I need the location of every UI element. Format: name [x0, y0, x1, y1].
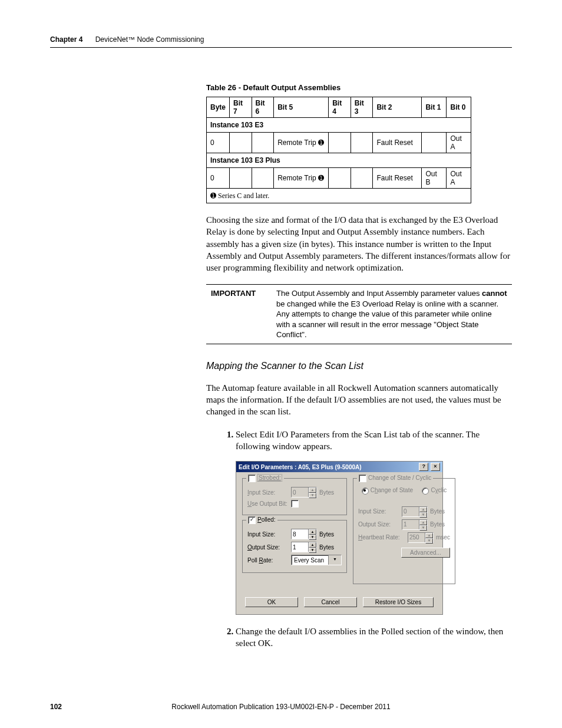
- cos-group: Change of State / Cyclic Change of State…: [353, 478, 455, 584]
- cell-empty: [329, 133, 351, 153]
- cyclic-option-label: Cyclic: [431, 487, 447, 493]
- cell-empty: [230, 168, 252, 189]
- cell-empty: [329, 168, 351, 189]
- advanced-button[interactable]: Advanced...: [401, 548, 450, 558]
- cell-fault-reset: Fault Reset: [373, 133, 422, 153]
- important-box: IMPORTANT The Output Assembly and Input …: [206, 284, 512, 344]
- cell-empty: [252, 133, 274, 153]
- th-bit0: Bit 0: [447, 97, 471, 118]
- cell-byte: 0: [207, 168, 230, 189]
- steps-list: Change the default I/O assemblies in the…: [206, 625, 512, 650]
- cell-out-b: Out B: [422, 168, 447, 189]
- body-paragraph: Choosing the size and format of the I/O …: [206, 214, 512, 274]
- polled-input-size-spinner[interactable]: ▲▼: [291, 529, 317, 539]
- cos-input-size-spinner[interactable]: ▲▼: [402, 506, 428, 517]
- bits-table: Byte Bit 7 Bit 6 Bit 5 Bit 4 Bit 3 Bit 2…: [206, 97, 471, 203]
- poll-rate-select[interactable]: Every Scan▼: [291, 555, 342, 565]
- dialog-titlebar: Edit I/O Parameters : A05, E3 Plus (9-50…: [236, 462, 442, 472]
- publication-info: Rockwell Automation Publication 193-UM00…: [171, 703, 390, 711]
- cell-empty: [351, 168, 373, 189]
- input-size-label: Input Size:: [247, 531, 289, 538]
- table-section-row: Instance 103 E3 Plus: [207, 153, 471, 168]
- chapter-label: Chapter 4: [50, 35, 82, 44]
- cancel-button[interactable]: Cancel: [304, 597, 357, 607]
- table-row: 0 Remote Trip ➊ Fault Reset Out A: [207, 133, 471, 153]
- section-2: Instance 103 E3 Plus: [207, 153, 471, 168]
- bytes-label: Bytes: [319, 544, 334, 551]
- cell-fault-reset: Fault Reset: [373, 168, 422, 189]
- th-bit4: Bit 4: [329, 97, 351, 118]
- restore-button[interactable]: Restore I/O Sizes: [363, 597, 434, 607]
- strobed-input-size-spinner[interactable]: ▲▼: [291, 487, 317, 498]
- cell-out-a: Out A: [447, 168, 471, 189]
- page-number: 102: [50, 703, 62, 711]
- input-size-label: Input Size:: [358, 508, 399, 515]
- polled-output-size-spinner[interactable]: ▲▼: [291, 542, 317, 552]
- bytes-label: Bytes: [319, 489, 334, 496]
- strobed-checkbox[interactable]: [248, 475, 256, 482]
- polled-group: ✓Polled: Input Size: ▲▼ Bytes Output Siz…: [242, 520, 347, 573]
- bytes-label: Bytes: [319, 531, 334, 538]
- cell-remote-trip: Remote Trip ➊: [274, 168, 329, 189]
- dialog-title: Edit I/O Parameters : A05, E3 Plus (9-50…: [239, 464, 362, 470]
- important-text-a: The Output Assembly and Input Assembly p…: [276, 289, 482, 298]
- heartbeat-label: Heartbeat Rate:: [358, 534, 405, 541]
- msec-label: msec: [436, 534, 450, 541]
- step-2: Change the default I/O assemblies in the…: [236, 625, 512, 650]
- poll-rate-label: Poll Rate:: [247, 557, 289, 564]
- cyclic-radio[interactable]: [422, 487, 429, 495]
- important-label: IMPORTANT: [206, 285, 272, 344]
- heartbeat-spinner[interactable]: ▲▼: [408, 532, 434, 543]
- cell-empty: [252, 168, 274, 189]
- ok-button[interactable]: OK: [245, 597, 298, 607]
- table-section-row: Instance 103 E3: [207, 118, 471, 133]
- table-row: 0 Remote Trip ➊ Fault Reset Out B Out A: [207, 168, 471, 189]
- output-size-label: Output Size:: [358, 521, 399, 528]
- bytes-label: Bytes: [430, 508, 445, 515]
- steps-list: Select Edit I/O Parameters from the Scan…: [206, 429, 512, 453]
- header-rule: [50, 47, 512, 48]
- cos-output-size-spinner[interactable]: ▲▼: [402, 519, 428, 530]
- use-output-bit-checkbox[interactable]: [291, 500, 299, 508]
- cell-byte: 0: [207, 133, 230, 153]
- bytes-label: Bytes: [430, 521, 445, 528]
- strobed-label: Strobed:: [257, 474, 282, 482]
- important-bold: cannot: [482, 289, 507, 298]
- step-1: Select Edit I/O Parameters from the Scan…: [236, 429, 512, 453]
- body-paragraph: The Automap feature available in all Roc…: [206, 382, 512, 418]
- table-footnote-row: ➊ Series C and later.: [207, 189, 471, 203]
- page-header: Chapter 4 DeviceNet™ Node Commissioning: [50, 35, 512, 44]
- polled-label: Polled:: [257, 516, 276, 523]
- th-bit3: Bit 3: [351, 97, 373, 118]
- table-caption: Table 26 - Default Output Assemblies: [206, 83, 512, 92]
- polled-checkbox[interactable]: ✓: [248, 516, 256, 524]
- section-1: Instance 103 E3: [207, 118, 471, 133]
- th-byte: Byte: [207, 97, 230, 118]
- th-bit5: Bit 5: [274, 97, 329, 118]
- change-of-state-radio[interactable]: [362, 487, 369, 495]
- cos-checkbox[interactable]: [359, 475, 366, 482]
- subheading: Mapping the Scanner to the Scan List: [206, 361, 512, 371]
- close-icon[interactable]: ×: [431, 463, 440, 471]
- cell-empty: [422, 133, 447, 153]
- th-bit1: Bit 1: [422, 97, 447, 118]
- output-size-label: Output Size:: [247, 544, 289, 551]
- cos-option-label: Change of State: [371, 487, 413, 493]
- use-output-bit-label: Use Output Bit:: [247, 500, 289, 507]
- cell-empty: [351, 133, 373, 153]
- cell-out-a: Out A: [447, 133, 471, 153]
- cos-label: Change of State / Cyclic: [368, 475, 431, 481]
- page-footer: 102 Rockwell Automation Publication 193-…: [50, 703, 512, 711]
- cell-remote-trip: Remote Trip ➊: [274, 133, 329, 153]
- chapter-title: DeviceNet™ Node Commissioning: [95, 35, 204, 44]
- input-size-label: Input Size:: [247, 489, 289, 496]
- th-bit2: Bit 2: [373, 97, 422, 118]
- help-icon[interactable]: ?: [419, 463, 428, 471]
- th-bit6: Bit 6: [252, 97, 274, 118]
- important-text-b: be changed while the E3 Overload Relay i…: [276, 299, 498, 340]
- strobed-group: Strobed: Input Size: ▲▼ Bytes Use Output…: [242, 478, 347, 515]
- table-header-row: Byte Bit 7 Bit 6 Bit 5 Bit 4 Bit 3 Bit 2…: [207, 97, 471, 118]
- table-footnote: ➊ Series C and later.: [207, 189, 471, 203]
- th-bit7: Bit 7: [230, 97, 252, 118]
- edit-io-dialog: Edit I/O Parameters : A05, E3 Plus (9-50…: [236, 461, 443, 615]
